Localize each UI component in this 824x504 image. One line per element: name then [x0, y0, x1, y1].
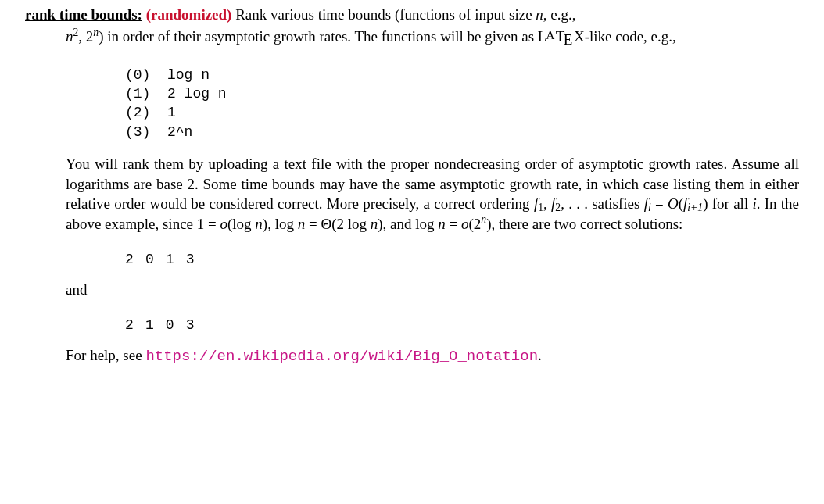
- n4var: n: [438, 216, 446, 232]
- code-example-block: (0) log n (1) 2 log n (2) 1 (3) 2^n: [25, 66, 799, 141]
- intro-text-d: -like code, e.g.,: [585, 28, 676, 45]
- instruction-paragraph: You will rank them by uploading a text f…: [25, 154, 799, 234]
- var-n: n: [536, 6, 543, 23]
- help-prefix: For help, see: [66, 347, 145, 363]
- intro-text-c: ) in order of their asymptotic growth ra…: [99, 28, 538, 45]
- code-line-3: (3) 2^n: [125, 124, 192, 140]
- eqo2: =: [446, 216, 461, 232]
- n2var: n: [298, 216, 306, 232]
- f1-sub: 1: [538, 202, 543, 214]
- solution-1: 2 0 1 3: [125, 252, 196, 267]
- help-period: .: [538, 347, 542, 363]
- two-to-n-base: 2: [86, 28, 94, 45]
- code-line-2: (2) 1: [125, 105, 176, 120]
- fi1-sub: i+1: [687, 202, 703, 214]
- arg1n: n: [255, 216, 263, 232]
- intro-text-a: Rank various time bounds (functions of i…: [235, 6, 536, 23]
- solution-2: 2 1 0 3: [125, 317, 196, 333]
- n3var: n: [371, 216, 378, 232]
- exercise-tag: (randomized): [146, 6, 232, 23]
- para2-s7: , there are two correct solutions:: [492, 216, 683, 232]
- code-line-0: (0) log n: [125, 67, 210, 83]
- and-line: and: [25, 280, 799, 300]
- eq-theta: = Θ(2 log: [305, 216, 371, 232]
- title-continuation: n2, 2n) in order of their asymptotic gro…: [25, 27, 799, 50]
- lpar3: (2: [469, 216, 482, 232]
- solution-1-block: 2 0 1 3: [25, 250, 799, 269]
- comma: ,: [78, 28, 86, 45]
- para2-s6: , and log: [383, 216, 439, 232]
- arg1a: (log: [227, 216, 255, 232]
- solution-2-block: 2 1 0 3: [25, 316, 799, 334]
- exercise-title: rank time bounds:: [25, 6, 142, 23]
- para2-s3: for all: [708, 195, 753, 212]
- para2-s5: , log: [267, 216, 298, 232]
- intro-text-b: , e.g.,: [543, 6, 576, 23]
- code-line-1: (1) 2 log n: [125, 86, 227, 102]
- comma: ,: [543, 195, 551, 212]
- document-page: rank time bounds: (randomized) Rank vari…: [0, 0, 824, 375]
- latex-logo: LATEX: [538, 28, 585, 45]
- help-line: For help, see https://en.wikipedia.org/w…: [25, 345, 799, 367]
- n-squared-base: n: [66, 28, 73, 45]
- title-line: rank time bounds: (randomized) Rank vari…: [25, 5, 799, 25]
- small-o-1: o: [220, 216, 227, 232]
- and-label: and: [66, 281, 87, 298]
- ellipsis: , . . .: [561, 195, 592, 212]
- help-link[interactable]: https://en.wikipedia.org/wiki/Big_O_nota…: [145, 348, 538, 365]
- eq-bigO: = O: [651, 195, 679, 212]
- small-o-2: o: [461, 216, 469, 232]
- para2-s2: satisfies: [592, 195, 643, 212]
